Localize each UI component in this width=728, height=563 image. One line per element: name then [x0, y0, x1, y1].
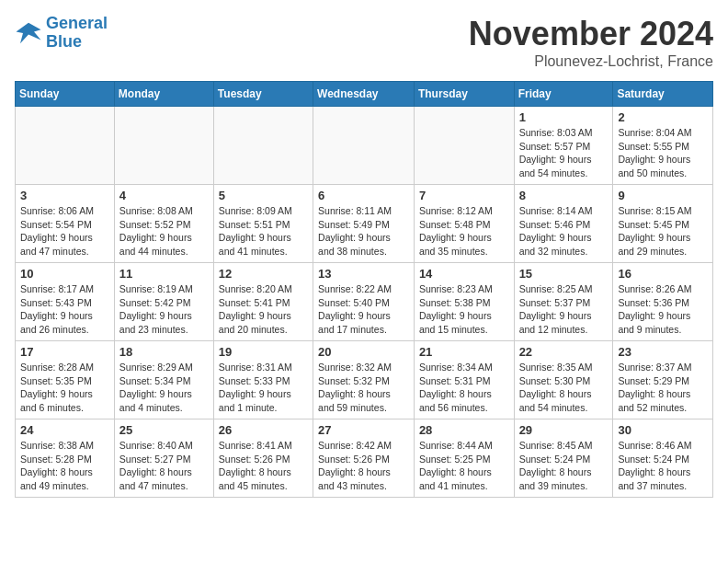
calendar-cell: 8Sunrise: 8:14 AM Sunset: 5:46 PM Daylig…: [514, 185, 613, 263]
day-info: Sunrise: 8:12 AM Sunset: 5:48 PM Dayligh…: [419, 204, 509, 259]
day-info: Sunrise: 8:15 AM Sunset: 5:45 PM Dayligh…: [618, 204, 708, 259]
calendar-cell: 1Sunrise: 8:03 AM Sunset: 5:57 PM Daylig…: [514, 107, 613, 185]
day-info: Sunrise: 8:23 AM Sunset: 5:38 PM Dayligh…: [419, 282, 509, 337]
logo-text: General Blue: [46, 15, 108, 52]
day-info: Sunrise: 8:46 AM Sunset: 5:24 PM Dayligh…: [618, 439, 708, 493]
calendar-cell: 14Sunrise: 8:23 AM Sunset: 5:38 PM Dayli…: [414, 263, 514, 341]
day-number: 12: [219, 267, 308, 281]
location: Plounevez-Lochrist, France: [469, 53, 713, 70]
day-number: 30: [618, 423, 708, 437]
calendar-cell: 5Sunrise: 8:09 AM Sunset: 5:51 PM Daylig…: [213, 185, 313, 263]
title-block: November 2024 Plounevez-Lochrist, France: [469, 15, 713, 70]
day-number: 15: [519, 267, 609, 281]
day-info: Sunrise: 8:11 AM Sunset: 5:49 PM Dayligh…: [318, 204, 409, 259]
calendar-cell: 4Sunrise: 8:08 AM Sunset: 5:52 PM Daylig…: [114, 185, 213, 263]
day-info: Sunrise: 8:03 AM Sunset: 5:57 PM Dayligh…: [519, 126, 609, 180]
column-header-thursday: Thursday: [414, 82, 514, 107]
calendar-cell: [16, 107, 115, 185]
calendar-cell: 13Sunrise: 8:22 AM Sunset: 5:40 PM Dayli…: [313, 263, 415, 341]
column-header-sunday: Sunday: [16, 82, 115, 107]
day-info: Sunrise: 8:42 AM Sunset: 5:26 PM Dayligh…: [318, 439, 409, 493]
page-header: General Blue November 2024 Plounevez-Loc…: [15, 15, 713, 70]
calendar-cell: 15Sunrise: 8:25 AM Sunset: 5:37 PM Dayli…: [514, 263, 613, 341]
day-number: 5: [219, 189, 308, 202]
day-info: Sunrise: 8:32 AM Sunset: 5:32 PM Dayligh…: [318, 361, 409, 415]
calendar-cell: 30Sunrise: 8:46 AM Sunset: 5:24 PM Dayli…: [613, 419, 713, 498]
day-number: 14: [419, 267, 509, 281]
day-info: Sunrise: 8:31 AM Sunset: 5:33 PM Dayligh…: [219, 361, 308, 415]
day-info: Sunrise: 8:06 AM Sunset: 5:54 PM Dayligh…: [20, 204, 109, 259]
day-info: Sunrise: 8:41 AM Sunset: 5:26 PM Dayligh…: [219, 439, 308, 493]
calendar-cell: [414, 107, 514, 185]
calendar-cell: 12Sunrise: 8:20 AM Sunset: 5:41 PM Dayli…: [213, 263, 313, 341]
day-info: Sunrise: 8:19 AM Sunset: 5:42 PM Dayligh…: [119, 282, 209, 337]
day-number: 28: [419, 423, 509, 437]
day-info: Sunrise: 8:28 AM Sunset: 5:35 PM Dayligh…: [20, 361, 109, 415]
day-number: 17: [20, 345, 109, 359]
day-number: 26: [219, 423, 308, 437]
calendar-table: SundayMondayTuesdayWednesdayThursdayFrid…: [15, 81, 713, 498]
day-info: Sunrise: 8:04 AM Sunset: 5:55 PM Dayligh…: [618, 126, 708, 180]
column-header-saturday: Saturday: [613, 82, 713, 107]
day-number: 1: [519, 110, 609, 124]
day-info: Sunrise: 8:08 AM Sunset: 5:52 PM Dayligh…: [119, 204, 209, 259]
day-info: Sunrise: 8:22 AM Sunset: 5:40 PM Dayligh…: [318, 282, 409, 337]
logo-icon: [15, 19, 42, 47]
calendar-week-row: 10Sunrise: 8:17 AM Sunset: 5:43 PM Dayli…: [16, 263, 713, 341]
calendar-cell: 16Sunrise: 8:26 AM Sunset: 5:36 PM Dayli…: [613, 263, 713, 341]
calendar-cell: 26Sunrise: 8:41 AM Sunset: 5:26 PM Dayli…: [213, 419, 313, 498]
calendar-cell: 25Sunrise: 8:40 AM Sunset: 5:27 PM Dayli…: [114, 419, 213, 498]
calendar-cell: 9Sunrise: 8:15 AM Sunset: 5:45 PM Daylig…: [613, 185, 713, 263]
calendar-header-row: SundayMondayTuesdayWednesdayThursdayFrid…: [16, 82, 713, 107]
calendar-cell: 2Sunrise: 8:04 AM Sunset: 5:55 PM Daylig…: [613, 107, 713, 185]
calendar-cell: [114, 107, 213, 185]
column-header-monday: Monday: [114, 82, 213, 107]
column-header-tuesday: Tuesday: [213, 82, 313, 107]
calendar-cell: 27Sunrise: 8:42 AM Sunset: 5:26 PM Dayli…: [313, 419, 415, 498]
calendar-cell: 3Sunrise: 8:06 AM Sunset: 5:54 PM Daylig…: [16, 185, 115, 263]
day-number: 19: [219, 345, 308, 359]
day-number: 21: [419, 345, 509, 359]
day-info: Sunrise: 8:40 AM Sunset: 5:27 PM Dayligh…: [119, 439, 209, 493]
day-number: 6: [318, 189, 409, 202]
calendar-cell: 6Sunrise: 8:11 AM Sunset: 5:49 PM Daylig…: [313, 185, 415, 263]
calendar-cell: [213, 107, 313, 185]
day-info: Sunrise: 8:35 AM Sunset: 5:30 PM Dayligh…: [519, 361, 609, 415]
day-info: Sunrise: 8:26 AM Sunset: 5:36 PM Dayligh…: [618, 282, 708, 337]
calendar-cell: 11Sunrise: 8:19 AM Sunset: 5:42 PM Dayli…: [114, 263, 213, 341]
calendar-week-row: 3Sunrise: 8:06 AM Sunset: 5:54 PM Daylig…: [16, 185, 713, 263]
column-header-wednesday: Wednesday: [313, 82, 415, 107]
calendar-cell: 7Sunrise: 8:12 AM Sunset: 5:48 PM Daylig…: [414, 185, 514, 263]
day-number: 22: [519, 345, 609, 359]
day-info: Sunrise: 8:09 AM Sunset: 5:51 PM Dayligh…: [219, 204, 308, 259]
day-info: Sunrise: 8:17 AM Sunset: 5:43 PM Dayligh…: [20, 282, 109, 337]
day-info: Sunrise: 8:25 AM Sunset: 5:37 PM Dayligh…: [519, 282, 609, 337]
day-number: 24: [20, 423, 109, 437]
day-number: 3: [20, 189, 109, 202]
day-info: Sunrise: 8:14 AM Sunset: 5:46 PM Dayligh…: [519, 204, 609, 259]
day-number: 18: [119, 345, 209, 359]
calendar-cell: 24Sunrise: 8:38 AM Sunset: 5:28 PM Dayli…: [16, 419, 115, 498]
calendar-cell: 29Sunrise: 8:45 AM Sunset: 5:24 PM Dayli…: [514, 419, 613, 498]
day-number: 7: [419, 189, 509, 202]
day-number: 23: [618, 345, 708, 359]
calendar-week-row: 1Sunrise: 8:03 AM Sunset: 5:57 PM Daylig…: [16, 107, 713, 185]
day-number: 8: [519, 189, 609, 202]
day-info: Sunrise: 8:34 AM Sunset: 5:31 PM Dayligh…: [419, 361, 509, 415]
calendar-cell: 21Sunrise: 8:34 AM Sunset: 5:31 PM Dayli…: [414, 341, 514, 419]
day-number: 9: [618, 189, 708, 202]
day-number: 2: [618, 110, 708, 124]
day-info: Sunrise: 8:37 AM Sunset: 5:29 PM Dayligh…: [618, 361, 708, 415]
calendar-cell: 20Sunrise: 8:32 AM Sunset: 5:32 PM Dayli…: [313, 341, 415, 419]
day-number: 4: [119, 189, 209, 202]
calendar-cell: 22Sunrise: 8:35 AM Sunset: 5:30 PM Dayli…: [514, 341, 613, 419]
day-number: 27: [318, 423, 409, 437]
column-header-friday: Friday: [514, 82, 613, 107]
day-number: 10: [20, 267, 109, 281]
day-info: Sunrise: 8:44 AM Sunset: 5:25 PM Dayligh…: [419, 439, 509, 493]
day-number: 25: [119, 423, 209, 437]
calendar-cell: 17Sunrise: 8:28 AM Sunset: 5:35 PM Dayli…: [16, 341, 115, 419]
day-number: 13: [318, 267, 409, 281]
calendar-cell: [313, 107, 415, 185]
calendar-cell: 10Sunrise: 8:17 AM Sunset: 5:43 PM Dayli…: [16, 263, 115, 341]
